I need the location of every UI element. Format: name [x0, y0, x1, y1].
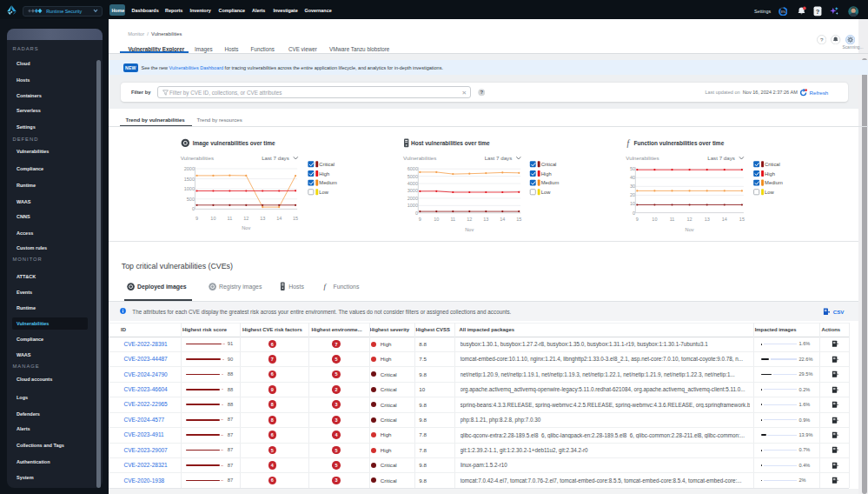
svg-text:40: 40: [630, 175, 635, 180]
svg-text:Last 7 days: Last 7 days: [707, 155, 735, 161]
svg-text:Nov: Nov: [242, 225, 250, 230]
svg-text:6000: 6000: [407, 166, 418, 171]
svg-text:10: 10: [434, 217, 439, 222]
svg-text:Nov: Nov: [686, 227, 694, 232]
svg-text:12: 12: [467, 217, 472, 222]
svg-text:20: 20: [630, 192, 635, 197]
svg-text:8%: 8%: [780, 10, 785, 14]
svg-text:1000: 1000: [184, 186, 195, 191]
svg-text:13: 13: [260, 216, 265, 221]
svg-text:Critical: Critical: [319, 162, 335, 167]
svg-text:2000: 2000: [407, 196, 418, 201]
svg-text:13: 13: [705, 217, 710, 222]
svg-text:2000: 2000: [184, 166, 195, 171]
svg-text:9: 9: [195, 216, 198, 221]
svg-text:12: 12: [687, 217, 692, 222]
svg-text:Image vulnerabilities over tim: Image vulnerabilities over time: [193, 140, 275, 147]
svg-text:14: 14: [276, 216, 282, 221]
svg-text:Critical: Critical: [765, 162, 780, 167]
svg-text:11: 11: [228, 216, 233, 221]
svg-text:4000: 4000: [407, 181, 418, 186]
svg-text:14: 14: [722, 217, 727, 222]
svg-text:High: High: [765, 171, 775, 177]
svg-text:11: 11: [670, 217, 675, 222]
svg-text:Low: Low: [319, 190, 328, 195]
svg-text:15: 15: [293, 216, 298, 221]
svg-text:500: 500: [187, 197, 195, 202]
svg-text:15: 15: [516, 217, 521, 222]
svg-text:14: 14: [500, 217, 505, 222]
svg-text:?: ?: [820, 37, 824, 43]
svg-text:Critical: Critical: [541, 162, 557, 167]
svg-text:Vulnerabilities: Vulnerabilities: [181, 155, 214, 161]
svg-text:1500: 1500: [184, 177, 195, 182]
svg-text:Vulnerabilities: Vulnerabilities: [403, 155, 436, 161]
svg-text:Host vulnerabilities over time: Host vulnerabilities over time: [411, 140, 490, 146]
svg-text:f: f: [627, 139, 631, 148]
svg-text:10: 10: [210, 216, 215, 221]
svg-text:?: ?: [815, 8, 819, 16]
svg-text:13: 13: [483, 217, 488, 222]
svg-text:10: 10: [652, 217, 657, 222]
svg-text:0: 0: [415, 210, 418, 216]
svg-text:Medium: Medium: [541, 180, 560, 185]
svg-text:Last 7 days: Last 7 days: [262, 155, 289, 161]
svg-text:Last 7 days: Last 7 days: [485, 155, 513, 161]
svg-text:9: 9: [419, 217, 421, 222]
svg-text:Function vulnerabilities over: Function vulnerabilities over time: [634, 140, 725, 146]
svg-text:30: 30: [630, 184, 635, 189]
svg-text:10: 10: [630, 201, 635, 206]
svg-text:Low: Low: [541, 190, 551, 195]
svg-text:11: 11: [450, 217, 455, 222]
svg-text:Nov: Nov: [465, 227, 474, 232]
svg-text:Medium: Medium: [319, 180, 337, 185]
svg-text:15: 15: [739, 217, 745, 222]
svg-text:0: 0: [633, 210, 635, 216]
svg-text:9: 9: [636, 217, 639, 222]
svg-text:Low: Low: [765, 190, 774, 195]
svg-text:High: High: [541, 171, 552, 177]
svg-text:High: High: [319, 171, 329, 177]
svg-text:3000: 3000: [407, 188, 418, 193]
svg-text:5000: 5000: [407, 174, 418, 179]
svg-text:?: ?: [480, 90, 483, 95]
svg-text:Medium: Medium: [765, 180, 783, 185]
svg-text:1000: 1000: [407, 203, 418, 208]
svg-text:50: 50: [630, 166, 635, 171]
svg-text:12: 12: [243, 216, 248, 221]
svg-text:Vulnerabilities: Vulnerabilities: [626, 155, 659, 161]
svg-text:0: 0: [192, 206, 195, 211]
